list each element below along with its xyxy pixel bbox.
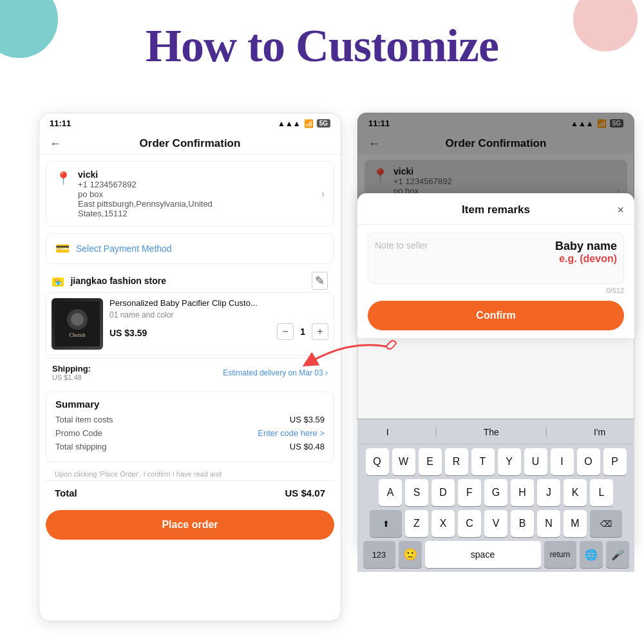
key-m[interactable]: M xyxy=(564,510,587,537)
address-content-left: vicki +1 1234567892 po box East pittsbur… xyxy=(78,169,315,218)
store-name-left: jiangkao fashion store xyxy=(70,276,166,286)
key-b[interactable]: B xyxy=(511,510,534,537)
remarks-confirm-button[interactable]: Confirm xyxy=(368,301,624,330)
key-123[interactable]: 123 xyxy=(363,541,395,568)
summary-shipping-label-left: Total shipping xyxy=(55,442,107,451)
key-l[interactable]: L xyxy=(590,479,613,506)
shipping-cost-left: US $1.48 xyxy=(52,374,91,381)
key-return[interactable]: return xyxy=(544,541,576,568)
kb-row-2: A S D F G H J K L xyxy=(360,479,632,506)
left-phone: 11:11 ▲▲▲ 📶 5G ← Order Confirmation 📍 vi… xyxy=(39,113,341,621)
shipping-row-left: Shipping: US $1.48 Estimated delivery on… xyxy=(46,358,334,386)
shipping-label-left: Shipping: xyxy=(52,364,91,374)
back-arrow-left[interactable]: ← xyxy=(50,137,61,151)
key-u[interactable]: U xyxy=(524,448,547,475)
remarks-close-button[interactable]: × xyxy=(617,204,624,217)
product-row-left: Cherish Personalized Baby Pacifier Clip … xyxy=(52,298,328,350)
payment-icon-left: 💳 xyxy=(55,242,70,256)
summary-promo-value-left[interactable]: Enter code here > xyxy=(258,428,325,438)
product-name-left: Personalized Baby Pacifier Clip Custo... xyxy=(109,298,328,309)
product-variant-left: 01 name and color xyxy=(109,310,328,319)
svg-point-2 xyxy=(71,313,84,326)
key-f[interactable]: F xyxy=(458,479,481,506)
suggestion-i[interactable]: I xyxy=(380,426,395,439)
key-y[interactable]: Y xyxy=(498,448,521,475)
key-h[interactable]: H xyxy=(511,479,534,506)
key-j[interactable]: J xyxy=(537,479,560,506)
key-delete[interactable]: ⌫ xyxy=(590,510,622,537)
key-o[interactable]: O xyxy=(577,448,600,475)
quantity-row-left: US $3.59 − 1 + xyxy=(109,323,328,340)
key-r[interactable]: R xyxy=(445,448,468,475)
kb-suggestions: I | The | I'm xyxy=(360,423,632,444)
chevron-icon-address-left[interactable]: › xyxy=(321,188,325,200)
product-image-left: Cherish xyxy=(52,298,103,350)
key-t[interactable]: T xyxy=(471,448,495,475)
shipping-label-wrap-left: Shipping: US $1.48 xyxy=(52,364,91,381)
key-q[interactable]: Q xyxy=(366,448,389,475)
summary-items-value-left: US $3.59 xyxy=(290,415,325,424)
remarks-body: Note to seller Baby name e.g. (devon) 0/… xyxy=(357,225,634,338)
keyboard: I | The | I'm Q W E R T Y U I O P A S D … xyxy=(357,419,634,572)
total-row-left: Total US $4.07 xyxy=(46,480,334,505)
shipping-delivery-left: Estimated delivery on Mar 03 › xyxy=(223,368,328,377)
kb-row-1: Q W E R T Y U I O P xyxy=(360,448,632,475)
store-name-wrap-left: 🏪 jiangkao fashion store xyxy=(52,275,166,287)
qty-plus-left[interactable]: + xyxy=(312,323,328,340)
key-e[interactable]: E xyxy=(419,448,442,475)
qty-minus-left[interactable]: − xyxy=(277,323,294,340)
remarks-counter: 0/512 xyxy=(368,287,624,294)
key-space[interactable]: space xyxy=(425,541,541,568)
key-c[interactable]: C xyxy=(458,510,481,537)
status-bar-left: 11:11 ▲▲▲ 📶 5G xyxy=(39,113,341,133)
payment-row-left[interactable]: 💳 Select Payment Method xyxy=(46,233,334,264)
status-icons-left: ▲▲▲ 📶 5G xyxy=(278,119,330,128)
place-order-button-left[interactable]: Place order xyxy=(46,510,334,540)
svg-text:Cherish: Cherish xyxy=(70,332,86,338)
key-i[interactable]: I xyxy=(551,448,574,475)
remarks-hint: Baby name e.g. (devon) xyxy=(555,240,617,265)
summary-shipping-row-left: Total shipping US $0.48 xyxy=(55,442,325,451)
key-p[interactable]: P xyxy=(603,448,627,475)
suggestion-the[interactable]: The xyxy=(477,426,506,439)
remarks-example: e.g. (devon) xyxy=(555,253,617,265)
address-card-left: 📍 vicki +1 1234567892 po box East pittsb… xyxy=(46,161,334,227)
key-x[interactable]: X xyxy=(431,510,455,537)
address-line2-left: East pittsburgh,Pennsylvania,United xyxy=(78,199,315,209)
remarks-textarea-wrap[interactable]: Note to seller Baby name e.g. (devon) xyxy=(368,232,624,284)
store-row-left: 🏪 jiangkao fashion store ✎ xyxy=(46,267,334,292)
remarks-title: Item remarks xyxy=(462,204,530,216)
wifi-icon-left: 📶 xyxy=(304,119,314,128)
key-mic[interactable]: 🌐 xyxy=(580,541,603,568)
key-shift[interactable]: ⬆ xyxy=(370,510,402,537)
address-row-left: 📍 vicki +1 1234567892 po box East pittsb… xyxy=(55,169,325,218)
key-emoji[interactable]: 🙂 xyxy=(399,541,422,568)
signal-icon-left: ▲▲▲ xyxy=(278,119,301,128)
key-g[interactable]: G xyxy=(484,479,507,506)
key-s[interactable]: S xyxy=(405,479,428,506)
payment-text-left: Select Payment Method xyxy=(76,243,172,254)
address-line3-left: States,15112 xyxy=(78,209,315,218)
key-a[interactable]: A xyxy=(379,479,402,506)
key-d[interactable]: D xyxy=(431,479,455,506)
summary-shipping-value-left: US $0.48 xyxy=(290,442,325,451)
key-v[interactable]: V xyxy=(484,510,507,537)
summary-card-left: Summary Total item costs US $3.59 Promo … xyxy=(46,392,334,462)
note-icon-left[interactable]: ✎ xyxy=(312,272,328,290)
suggestion-im[interactable]: I'm xyxy=(587,426,612,439)
location-icon-left: 📍 xyxy=(55,171,71,186)
summary-items-row-left: Total item costs US $3.59 xyxy=(55,415,325,424)
key-k[interactable]: K xyxy=(564,479,587,506)
remarks-placeholder: Note to seller xyxy=(375,240,428,251)
product-price-left: US $3.59 xyxy=(109,328,147,338)
remarks-header: Item remarks × xyxy=(357,193,634,225)
key-z[interactable]: Z xyxy=(405,510,428,537)
remarks-dialog: Item remarks × Note to seller Baby name … xyxy=(357,193,634,338)
address-phone-left: +1 1234567892 xyxy=(78,180,315,189)
key-w[interactable]: W xyxy=(392,448,415,475)
remarks-baby-name: Baby name xyxy=(555,240,617,253)
key-n[interactable]: N xyxy=(537,510,560,537)
total-value-left: US $4.07 xyxy=(285,488,325,498)
summary-title-left: Summary xyxy=(55,399,325,410)
key-dictation[interactable]: 🎤 xyxy=(606,541,629,568)
